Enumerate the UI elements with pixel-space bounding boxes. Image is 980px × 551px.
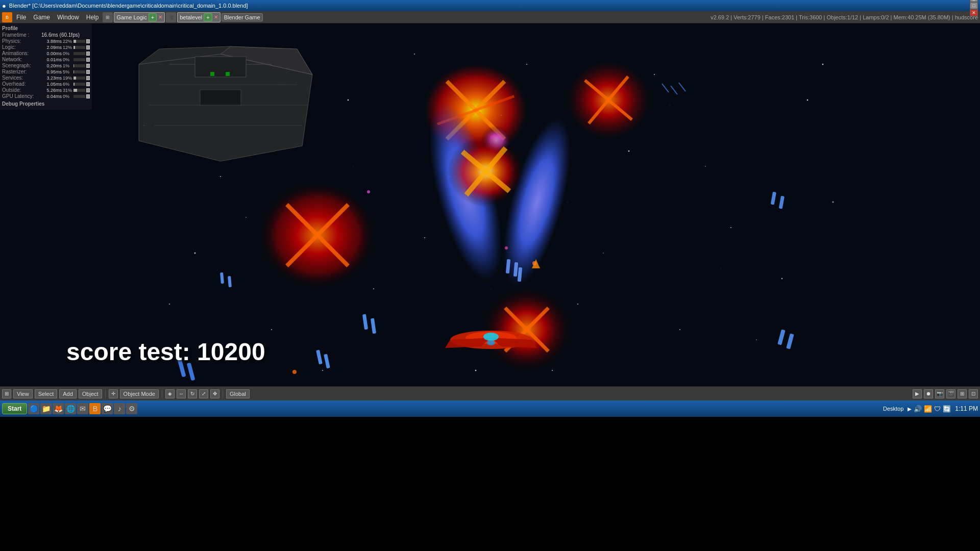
render-icon5[interactable]: ⊞ <box>958 389 967 398</box>
taskbar-icon-misc[interactable]: ⚙ <box>126 403 137 414</box>
taskbar-icon-chat[interactable]: 💬 <box>102 403 113 414</box>
svg-line-64 <box>505 308 549 352</box>
svg-point-28 <box>822 64 824 65</box>
menu-window[interactable]: Window <box>54 13 82 22</box>
separator2 <box>162 389 162 398</box>
viewport-icon: ⊞ <box>2 389 11 398</box>
svg-point-86 <box>367 190 370 193</box>
menu-bar: B File Game Window Help ⊞ Game Logic + ✕… <box>0 11 980 23</box>
render-icon3[interactable]: 📷 <box>935 389 944 398</box>
svg-point-30 <box>568 202 568 203</box>
network-row: Network: 0.01ms 0% <box>2 57 90 62</box>
start-button[interactable]: Start <box>2 403 27 414</box>
menu-game[interactable]: Game <box>30 13 53 22</box>
render-icon2[interactable]: ⏺ <box>924 389 933 398</box>
svg-point-12 <box>271 329 272 330</box>
svg-rect-71 <box>220 272 224 284</box>
svg-point-22 <box>705 166 706 167</box>
gpu-latency-row: GPU Latency: 0.04ms 0% <box>2 93 90 99</box>
outside-row: Outside: 5.26ms 31% <box>2 87 90 93</box>
svg-rect-85 <box>786 333 794 349</box>
svg-point-13 <box>194 253 196 254</box>
select-menu[interactable]: Select <box>35 389 58 398</box>
svg-point-17 <box>781 278 782 279</box>
svg-point-88 <box>292 370 297 374</box>
sys-icon-speech: 🔊 <box>914 405 922 413</box>
svg-point-14 <box>654 74 655 75</box>
taskbar-icon-blender2[interactable]: B <box>89 403 101 414</box>
svg-point-89 <box>532 261 536 265</box>
blender-game-tab[interactable]: Blender Game <box>222 13 263 21</box>
svg-point-62 <box>481 286 573 373</box>
svg-rect-78 <box>324 354 330 368</box>
svg-point-8 <box>679 329 680 330</box>
tab-add-betalevel-btn[interactable]: + <box>204 13 212 21</box>
add-menu[interactable]: Add <box>59 389 77 398</box>
tab-close-btn[interactable]: ✕ <box>158 14 162 20</box>
svg-point-9 <box>577 304 578 305</box>
svg-point-32 <box>353 166 354 167</box>
svg-marker-67 <box>445 338 491 348</box>
svg-rect-44 <box>210 72 214 76</box>
svg-point-1 <box>220 176 221 177</box>
global-select[interactable]: Global <box>226 389 250 398</box>
svg-marker-37 <box>139 46 231 64</box>
svg-rect-45 <box>226 72 230 76</box>
svg-point-66 <box>465 332 517 344</box>
svg-point-24 <box>832 202 834 203</box>
desktop-label: Desktop <box>883 406 903 412</box>
tab-add-btn[interactable]: + <box>149 13 157 21</box>
version-info: v2.69.2 | Verts:2779 | Faces:2301 | Tris… <box>710 14 978 20</box>
svg-point-87 <box>505 246 508 249</box>
svg-rect-43 <box>200 90 241 105</box>
profile-title: Profile <box>2 26 90 31</box>
taskbar-icon-blender[interactable]: 🔵 <box>28 403 39 414</box>
object-mode-select[interactable]: Object Mode <box>120 389 159 398</box>
svg-point-16 <box>246 217 247 218</box>
services-row: Services: 3.23ms 19% <box>2 75 90 81</box>
svg-point-26 <box>756 339 757 340</box>
game-logic-tab[interactable]: Game Logic + ✕ <box>114 12 165 22</box>
desktop-arrow[interactable]: ▶ <box>908 406 912 412</box>
move-icon[interactable]: ↔ <box>177 389 186 398</box>
render-icon4[interactable]: 🎬 <box>946 389 955 398</box>
taskbar-icon-firefox[interactable]: 🦊 <box>53 403 64 414</box>
render-icon1[interactable]: ▶ <box>913 389 922 398</box>
scene-icon: ⊞ <box>103 12 113 22</box>
rasterizer-row: Rasterizer: 0.95ms 5% <box>2 69 90 74</box>
svg-rect-83 <box>779 196 785 209</box>
viewport: Profile Frametime : 16.6ms (60.1fps) Phy… <box>0 23 980 386</box>
taskbar-icon-folder[interactable]: 📁 <box>40 403 52 414</box>
betalevel-tab[interactable]: betalevel + ✕ <box>177 12 220 22</box>
object-menu[interactable]: Object <box>79 389 102 398</box>
animations-row: Animations: 0.00ms 0% <box>2 51 90 56</box>
snap-icon[interactable]: ◈ <box>165 389 175 398</box>
menu-help[interactable]: Help <box>83 13 102 22</box>
svg-rect-80 <box>513 262 518 277</box>
svg-point-4 <box>526 64 527 65</box>
svg-point-5 <box>628 151 630 152</box>
svg-rect-77 <box>316 349 323 364</box>
score-display: score test: 10200 <box>66 338 265 366</box>
logic-row: Logic: 2.09ms 12% <box>2 44 90 50</box>
cursor-icon: ✛ <box>109 389 118 398</box>
scale-icon[interactable]: ⤢ <box>199 389 208 398</box>
title-text: Blender* [C:\Users\reddam\Documents\blen… <box>9 3 248 9</box>
taskbar-icon-music[interactable]: ♪ <box>114 403 125 414</box>
taskbar-icon-mail[interactable]: ✉ <box>77 403 88 414</box>
maximize-button[interactable]: □ <box>970 2 978 9</box>
svg-line-49 <box>437 96 514 124</box>
svg-marker-68 <box>491 338 537 348</box>
transform-icon[interactable]: ✥ <box>210 389 219 398</box>
tab-close-betalevel-btn[interactable]: ✕ <box>214 14 218 20</box>
rotate-icon[interactable]: ↻ <box>188 389 197 398</box>
taskbar-icon-ie[interactable]: 🌐 <box>65 403 76 414</box>
svg-line-51 <box>585 80 632 119</box>
svg-point-29 <box>282 85 282 85</box>
menu-file[interactable]: File <box>13 13 29 22</box>
svg-point-65 <box>450 331 532 349</box>
view-menu[interactable]: View <box>13 389 33 398</box>
render-icon6[interactable]: ⊡ <box>969 389 978 398</box>
svg-marker-35 <box>139 54 312 161</box>
svg-marker-36 <box>220 46 312 74</box>
